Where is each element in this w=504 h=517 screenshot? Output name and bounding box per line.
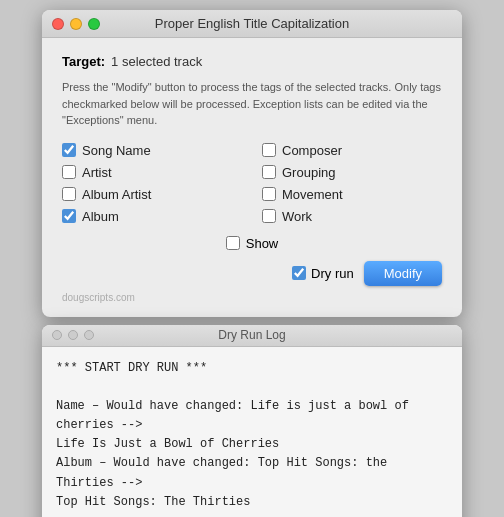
checkbox-song-name-label: Song Name bbox=[82, 143, 151, 158]
checkbox-work-input[interactable] bbox=[262, 209, 276, 223]
log-line-3: Life Is Just a Bowl of Cherries bbox=[56, 435, 448, 454]
title-bar: Proper English Title Capitalization bbox=[42, 10, 462, 38]
checkbox-song-name[interactable]: Song Name bbox=[62, 143, 242, 158]
dry-run-checkbox-label[interactable]: Dry run bbox=[292, 266, 354, 281]
checkbox-album-artist-input[interactable] bbox=[62, 187, 76, 201]
log-line-blank-1 bbox=[56, 378, 448, 397]
checkbox-grouping[interactable]: Grouping bbox=[262, 165, 442, 180]
log-minimize-button[interactable] bbox=[68, 330, 78, 340]
log-line-5: Top Hit Songs: The Thirties bbox=[56, 493, 448, 512]
maximize-button[interactable] bbox=[88, 18, 100, 30]
log-line-4: Album – Would have changed: Top Hit Song… bbox=[56, 454, 448, 492]
main-window: Proper English Title Capitalization Targ… bbox=[42, 10, 462, 317]
checkbox-album[interactable]: Album bbox=[62, 209, 242, 224]
checkbox-grouping-input[interactable] bbox=[262, 165, 276, 179]
show-checkbox[interactable] bbox=[226, 236, 240, 250]
log-content: *** START DRY RUN *** Name – Would have … bbox=[42, 347, 462, 518]
log-traffic-lights bbox=[52, 330, 94, 340]
dry-run-label: Dry run bbox=[311, 266, 354, 281]
window-title: Proper English Title Capitalization bbox=[155, 16, 349, 31]
show-row: Show bbox=[62, 236, 442, 251]
checkbox-artist-label: Artist bbox=[82, 165, 112, 180]
checkbox-grouping-label: Grouping bbox=[282, 165, 335, 180]
minimize-button[interactable] bbox=[70, 18, 82, 30]
checkbox-artist[interactable]: Artist bbox=[62, 165, 242, 180]
checkbox-movement-input[interactable] bbox=[262, 187, 276, 201]
log-line-2: Name – Would have changed: Life is just … bbox=[56, 397, 448, 435]
checkbox-composer[interactable]: Composer bbox=[262, 143, 442, 158]
checkbox-album-label: Album bbox=[82, 209, 119, 224]
target-label: Target: bbox=[62, 54, 105, 69]
description-text: Press the "Modify" button to process the… bbox=[62, 79, 442, 129]
checkbox-artist-input[interactable] bbox=[62, 165, 76, 179]
checkbox-album-input[interactable] bbox=[62, 209, 76, 223]
close-button[interactable] bbox=[52, 18, 64, 30]
checkbox-song-name-input[interactable] bbox=[62, 143, 76, 157]
dry-run-checkbox[interactable] bbox=[292, 266, 306, 280]
checkboxes-grid: Song Name Composer Artist Grouping Album… bbox=[62, 143, 442, 224]
checkbox-work-label: Work bbox=[282, 209, 312, 224]
log-close-button[interactable] bbox=[52, 330, 62, 340]
checkbox-album-artist[interactable]: Album Artist bbox=[62, 187, 242, 202]
log-window: Dry Run Log *** START DRY RUN *** Name –… bbox=[42, 325, 462, 518]
checkbox-movement[interactable]: Movement bbox=[262, 187, 442, 202]
show-label: Show bbox=[246, 236, 279, 251]
checkbox-composer-input[interactable] bbox=[262, 143, 276, 157]
modify-button[interactable]: Modify bbox=[364, 261, 442, 286]
checkbox-album-artist-label: Album Artist bbox=[82, 187, 151, 202]
log-window-title: Dry Run Log bbox=[218, 328, 285, 342]
checkbox-work[interactable]: Work bbox=[262, 209, 442, 224]
target-value: 1 selected track bbox=[111, 54, 202, 69]
checkbox-composer-label: Composer bbox=[282, 143, 342, 158]
bottom-row: Dry run Modify bbox=[62, 261, 442, 286]
log-line-blank-2 bbox=[56, 512, 448, 517]
footer-url: dougscripts.com bbox=[62, 292, 442, 303]
target-row: Target: 1 selected track bbox=[62, 54, 442, 69]
log-title-bar: Dry Run Log bbox=[42, 325, 462, 347]
checkbox-movement-label: Movement bbox=[282, 187, 343, 202]
traffic-lights bbox=[52, 18, 100, 30]
log-maximize-button[interactable] bbox=[84, 330, 94, 340]
log-line-1: *** START DRY RUN *** bbox=[56, 359, 448, 378]
